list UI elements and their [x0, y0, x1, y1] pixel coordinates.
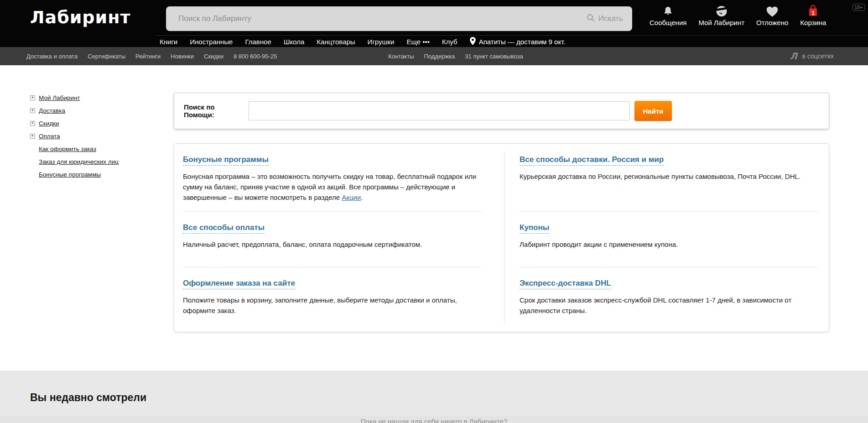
- card-coupons-title[interactable]: Купоны: [520, 223, 549, 234]
- card-coupons-text: Лабиринт проводит акции с применением ку…: [520, 239, 818, 250]
- nav-item-stationery[interactable]: Канцтовары: [317, 38, 355, 46]
- card-bonus-programs-text-body: Бонусная программа – это возможность пол…: [183, 172, 476, 201]
- card-order-on-site: Оформление заказа на сайте Положите това…: [183, 267, 482, 316]
- footer-note-text: Пока не нашли для себя ничего в Лабиринт…: [361, 418, 507, 423]
- cart-label: Корзина: [800, 19, 826, 26]
- card-delivery-methods-text: Курьерская доставка по России, региональ…: [520, 171, 818, 182]
- search-icon: [587, 14, 595, 24]
- help-topics-right-column: Все способы доставки. Россия и мир Курье…: [520, 144, 818, 316]
- recently-viewed-title: Вы недавно смотрели: [30, 392, 146, 404]
- card-payment-methods: Все способы оплаты Наличный расчет, пред…: [183, 211, 482, 267]
- age-badge: 18+: [852, 4, 865, 11]
- deferred-button[interactable]: Отложено: [756, 4, 788, 26]
- messages-button[interactable]: Сообщения: [650, 4, 686, 26]
- subnav-phone[interactable]: 8 800 600-95-25: [234, 53, 277, 60]
- recently-viewed-section: Вы недавно смотрели: [0, 371, 868, 416]
- location-pin-icon: [470, 37, 476, 47]
- subnav-pickup-points[interactable]: 31 пункт самовывоза: [465, 53, 523, 60]
- nav-item-club[interactable]: Клуб: [442, 38, 457, 46]
- sidebar-link-how-to-order[interactable]: Как оформить заказ: [39, 146, 96, 152]
- my-labirint-button[interactable]: Мой Лабиринт: [698, 4, 744, 26]
- social-links-label: в соцсетях: [802, 52, 834, 60]
- site-search-button[interactable]: Искать: [584, 11, 626, 26]
- sidebar-link-payment[interactable]: Оплата: [39, 133, 60, 140]
- help-search-label: Поиск по Помощи:: [184, 103, 239, 119]
- card-bonus-programs-text-tail: .: [361, 193, 363, 201]
- header-account-menu: Сообщения Мой Лабиринт: [650, 4, 826, 26]
- subnav-ratings[interactable]: Рейтинги: [135, 53, 161, 60]
- site-header: Лабиринт Искать: [0, 0, 868, 47]
- sidebar-link-discounts[interactable]: Скидки: [39, 120, 59, 127]
- nav-item-main[interactable]: Главное: [245, 38, 271, 46]
- card-order-on-site-title[interactable]: Оформление заказа на сайте: [183, 279, 295, 289]
- expand-icon[interactable]: [30, 134, 35, 139]
- card-payment-methods-title[interactable]: Все способы оплаты: [183, 223, 265, 234]
- secondary-nav: Доставка и оплата Сертификаты Рейтинги Н…: [0, 47, 868, 65]
- expand-icon[interactable]: [30, 95, 35, 100]
- card-delivery-methods-title[interactable]: Все способы доставки. Россия и мир: [520, 155, 664, 166]
- card-bonus-programs: Бонусные программы Бонусная программа – …: [183, 144, 482, 211]
- help-search-input[interactable]: [249, 101, 630, 120]
- site-logo[interactable]: Лабиринт: [30, 7, 130, 27]
- card-dhl-express-text: Срок доставки заказов экспресс-службой D…: [520, 295, 818, 316]
- footer-note: Пока не нашли для себя ничего в Лабиринт…: [0, 416, 868, 423]
- main-content: Мой Лабиринт Доставка Скидки Оплата Как …: [0, 65, 868, 371]
- sidebar-item-how-to-order: Как оформить заказ: [30, 142, 119, 155]
- main-nav: Книги Иностранные Главное Школа Канцтова…: [160, 37, 566, 47]
- sidebar-item-my-labirint: Мой Лабиринт: [30, 91, 119, 104]
- help-sidebar: Мой Лабиринт Доставка Скидки Оплата Как …: [30, 91, 119, 181]
- site-search: Искать: [166, 6, 632, 31]
- card-coupons: Купоны Лабиринт проводит акции с примене…: [520, 211, 818, 267]
- help-search-submit[interactable]: Найти: [634, 101, 672, 121]
- nav-item-school[interactable]: Школа: [284, 38, 305, 46]
- expand-icon[interactable]: [30, 121, 35, 126]
- sidebar-link-bonus-programs[interactable]: Бонусные программы: [39, 171, 101, 178]
- sidebar-item-legal-entities: Заказ для юридических лиц: [30, 155, 119, 168]
- nav-item-more[interactable]: Еще •••: [407, 38, 430, 46]
- help-search-panel: Поиск по Помощи: Найти: [174, 93, 829, 129]
- subnav-new[interactable]: Новинки: [171, 53, 194, 60]
- help-topics-left-column: Бонусные программы Бонусная программа – …: [183, 144, 482, 316]
- location-selector[interactable]: Апатиты — доставим 9 окт.: [470, 37, 566, 47]
- minotaur-face-icon: [715, 4, 728, 17]
- card-bonus-programs-text: Бонусная программа – это возможность пол…: [183, 171, 482, 203]
- cart-button[interactable]: 1 Корзина: [800, 4, 826, 26]
- promotions-link[interactable]: Акции: [342, 193, 361, 201]
- card-dhl-express: Экспресс-доставка DHL Срок доставки зака…: [520, 267, 818, 316]
- search-button-label: Искать: [598, 14, 623, 23]
- sidebar-link-legal-entities[interactable]: Заказ для юридических лиц: [39, 158, 119, 165]
- sidebar-item-discounts: Скидки: [30, 117, 119, 130]
- help-topics-panel: Бонусные программы Бонусная программа – …: [174, 143, 829, 332]
- subnav-support[interactable]: Поддержка: [424, 53, 455, 60]
- column-divider: [504, 151, 504, 324]
- deferred-label: Отложено: [756, 19, 788, 26]
- nav-item-toys[interactable]: Игрушки: [368, 38, 395, 46]
- site-search-input[interactable]: [166, 6, 632, 31]
- sidebar-item-bonus-programs: Бонусные программы: [30, 168, 119, 181]
- card-dhl-express-title[interactable]: Экспресс-доставка DHL: [520, 279, 611, 289]
- cart-bag-icon: 1: [807, 4, 819, 17]
- card-bonus-programs-title[interactable]: Бонусные программы: [183, 155, 269, 166]
- nav-item-books[interactable]: Книги: [160, 38, 177, 46]
- card-payment-methods-text: Наличный расчет, предоплата, баланс, опл…: [183, 239, 482, 250]
- subnav-certificates[interactable]: Сертификаты: [88, 53, 125, 60]
- sidebar-link-delivery[interactable]: Доставка: [39, 107, 65, 114]
- messages-label: Сообщения: [650, 19, 686, 26]
- sidebar-item-delivery: Доставка: [30, 104, 119, 117]
- labirint-mark-icon: Л: [789, 51, 800, 62]
- expand-icon[interactable]: [30, 108, 35, 113]
- social-links[interactable]: Л в соцсетях: [790, 51, 834, 62]
- nav-item-foreign[interactable]: Иностранные: [190, 38, 233, 46]
- bell-icon: [662, 4, 674, 17]
- location-label: Апатиты — доставим 9 окт.: [479, 38, 566, 46]
- my-labirint-label: Мой Лабиринт: [698, 19, 744, 26]
- sidebar-item-payment: Оплата: [30, 130, 119, 142]
- heart-icon: [766, 4, 779, 17]
- sidebar-link-my-labirint[interactable]: Мой Лабиринт: [39, 94, 80, 101]
- subnav-delivery-payment[interactable]: Доставка и оплата: [26, 53, 78, 60]
- subnav-contacts[interactable]: Контакты: [388, 53, 414, 60]
- labirint-help-page: Лабиринт Искать: [0, 0, 868, 423]
- header-divider: [156, 35, 868, 36]
- subnav-discounts[interactable]: Скидки: [204, 53, 223, 60]
- cart-count-badge: 1: [812, 10, 815, 16]
